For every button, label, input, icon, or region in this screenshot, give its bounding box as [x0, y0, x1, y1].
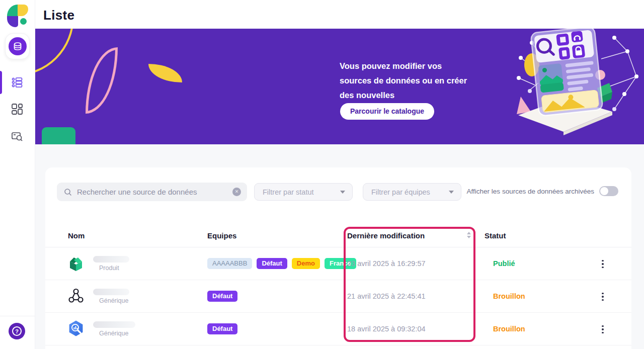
sidebar-item-list-view[interactable]	[11, 76, 24, 89]
status-badge: Publié	[493, 247, 515, 280]
bigquery-icon	[67, 319, 85, 337]
status-filter-dropdown[interactable]: Filtrer par statut	[254, 183, 353, 201]
source-type-label: Générique	[99, 297, 128, 304]
search-icon	[64, 188, 72, 196]
app-window: ? Liste Vous pouvez modifier vos sources…	[0, 0, 644, 349]
redacted-name	[93, 256, 129, 263]
team-tag: AAAAABBB	[207, 258, 252, 269]
team-tag: Défaut	[257, 258, 287, 269]
package-box-icon	[67, 254, 85, 272]
status-filter-label: Filtrer par statut	[263, 188, 314, 196]
tablet-panel	[531, 29, 603, 116]
teams-filter-label: Filtrer par équipes	[371, 188, 430, 196]
sidebar-item-dashboard[interactable]	[11, 103, 24, 116]
source-type-label: Produit	[99, 265, 119, 272]
row-menu-kebab-icon[interactable]	[598, 323, 608, 335]
decorative-petal-outline	[86, 47, 118, 114]
graph-nodes-icon	[67, 287, 85, 305]
sidebar-item-browse[interactable]	[11, 130, 24, 143]
archived-toggle-switch[interactable]	[599, 186, 618, 196]
search-box: ✕	[57, 183, 247, 201]
banner-message-line: des nouvelles	[340, 88, 467, 103]
table-row[interactable]: Générique Défaut 18 avril 2025 à 09:32:0…	[45, 313, 631, 345]
decorative-circle-outline	[35, 29, 74, 76]
chevron-down-icon	[340, 191, 345, 194]
promo-banner: Vous pouvez modifier vos sources de donn…	[35, 29, 644, 144]
logo-shape-dot	[20, 18, 27, 25]
list-icon	[11, 76, 23, 89]
grid-icon	[11, 103, 23, 115]
clear-search-icon[interactable]: ✕	[232, 188, 241, 196]
table-header: Nom Equipes Dernière modification Statut	[45, 224, 631, 247]
chevron-down-icon	[449, 191, 454, 194]
column-header-name: Nom	[68, 224, 85, 247]
source-type-label: Générique	[99, 330, 128, 337]
team-tag: Demo	[292, 258, 320, 269]
app-tile-square-icon	[556, 33, 569, 46]
lock-icon	[572, 44, 586, 58]
row-menu-kebab-icon[interactable]	[598, 291, 608, 303]
team-tag: Défaut	[207, 291, 237, 302]
browse-catalog-button[interactable]: Parcourir le catalogue	[340, 103, 434, 120]
status-badge: Brouillon	[493, 280, 525, 313]
image-placeholder	[538, 63, 564, 93]
database-icon	[9, 37, 27, 55]
search-input[interactable]	[77, 188, 232, 196]
team-tag: Défaut	[207, 323, 237, 334]
headphones-icon	[571, 31, 583, 42]
question-mark-icon: ?	[12, 326, 22, 336]
sort-icon[interactable]	[467, 232, 471, 238]
data-sources-card: ✕ Filtrer par statut Filtrer par équipes…	[45, 167, 631, 349]
banner-message: Vous pouvez modifier vos sources de donn…	[340, 59, 467, 103]
teams-filter-dropdown[interactable]: Filtrer par équipes	[363, 183, 461, 201]
last-modified-value: 18 avril 2025 à 09:32:04	[347, 313, 426, 345]
logo-shape-purple	[7, 16, 18, 27]
archived-toggle-row: Afficher les sources de données archivée…	[467, 186, 618, 196]
sidebar-active-indicator	[0, 71, 2, 94]
redacted-name	[93, 321, 135, 328]
decorative-rectangle	[42, 127, 75, 144]
browse-search-icon	[11, 130, 23, 142]
sidebar-divider	[0, 316, 35, 316]
archived-toggle-label: Afficher les sources de données archivée…	[467, 188, 594, 195]
page-title: Liste	[43, 8, 74, 23]
column-header-last-modified[interactable]: Dernière modification	[347, 224, 425, 247]
last-modified-value: 21 avril 2025 à 22:45:41	[347, 280, 426, 313]
banner-message-line: sources de données ou en créer	[340, 73, 467, 88]
help-button[interactable]: ?	[9, 323, 25, 339]
sidebar-item-data-sources[interactable]	[5, 33, 30, 59]
row-menu-kebab-icon[interactable]	[598, 258, 608, 270]
column-header-status: Statut	[485, 224, 506, 247]
app-logo[interactable]	[7, 5, 29, 30]
sidebar: ?	[0, 0, 35, 349]
toggle-knob	[600, 187, 608, 195]
banner-illustration	[516, 29, 644, 144]
logo-shape-green	[7, 5, 18, 16]
status-badge: Brouillon	[493, 313, 525, 345]
table-row[interactable]: Générique Défaut 21 avril 2025 à 22:45:4…	[45, 280, 631, 313]
document-icon	[558, 47, 570, 60]
redacted-name	[93, 289, 129, 295]
team-tags: Défaut	[207, 291, 237, 302]
decorative-leaf	[148, 64, 182, 82]
top-header: Liste	[35, 0, 644, 29]
table-row[interactable]: Produit AAAAABBB Défaut Demo France 23 a…	[45, 247, 631, 280]
team-tags: Défaut	[207, 323, 237, 334]
column-header-teams: Equipes	[207, 224, 236, 247]
banner-message-line: Vous pouvez modifier vos	[340, 59, 467, 73]
team-tags: AAAAABBB Défaut Demo France	[207, 258, 356, 269]
logo-shape-yellow	[18, 5, 28, 16]
last-modified-value: 23 avril 2025 à 16:29:57	[347, 247, 426, 280]
